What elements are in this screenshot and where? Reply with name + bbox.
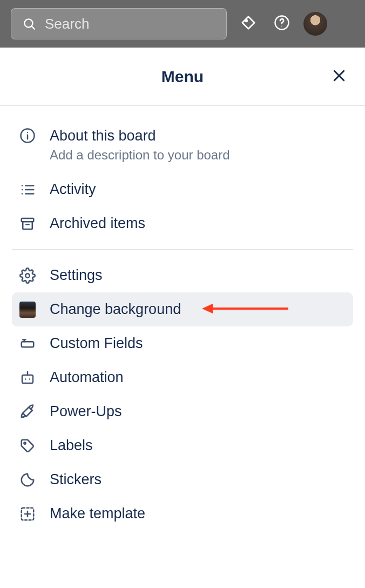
menu-item-label: Power-Ups (50, 403, 122, 420)
menu-item-labels[interactable]: Labels (12, 429, 353, 463)
menu-item-label: Settings (50, 267, 103, 284)
menu-item-label: Change background (50, 301, 181, 318)
label-button[interactable] (236, 12, 260, 36)
help-icon (274, 15, 290, 33)
svg-line-1 (32, 26, 35, 29)
menu-item-powerups[interactable]: Power-Ups (12, 395, 353, 429)
avatar[interactable] (303, 12, 327, 36)
menu-item-label: Archived items (50, 215, 145, 232)
svg-point-28 (29, 378, 31, 380)
svg-point-14 (22, 193, 23, 195)
topbar (0, 0, 365, 48)
menu-item-archived[interactable]: Archived items (12, 206, 353, 240)
divider (12, 249, 353, 250)
search-input[interactable] (45, 16, 217, 32)
svg-marker-20 (202, 304, 213, 313)
tag-icon (240, 15, 256, 33)
menu-header: Menu (0, 48, 365, 106)
archive-icon (19, 216, 36, 232)
menu-item-change-background[interactable]: Change background (12, 292, 353, 326)
menu-title: Menu (161, 68, 204, 86)
menu-item-custom-fields[interactable]: Custom Fields (12, 326, 353, 360)
menu-item-label: Make template (50, 505, 145, 522)
template-icon (19, 506, 36, 522)
menu-item-stickers[interactable]: Stickers (12, 463, 353, 497)
menu-item-label: Labels (50, 437, 93, 454)
help-button[interactable] (270, 12, 294, 36)
search-icon (21, 16, 37, 32)
info-icon (19, 128, 36, 144)
rocket-icon (19, 404, 36, 420)
callout-arrow (202, 302, 288, 317)
menu-item-about[interactable]: About this board Add a description to yo… (12, 118, 353, 172)
menu-item-label: Activity (50, 181, 96, 198)
menu-item-label: Automation (50, 369, 124, 386)
menu-item-label: About this board (50, 128, 230, 144)
svg-point-10 (22, 185, 23, 186)
activity-icon (19, 182, 36, 198)
svg-point-9 (27, 132, 28, 133)
search-box[interactable] (11, 8, 227, 39)
close-button[interactable] (328, 66, 350, 88)
menu-item-automation[interactable]: Automation (12, 360, 353, 395)
menu-item-activity[interactable]: Activity (12, 172, 353, 206)
menu-item-sub: Add a description to your board (50, 148, 230, 163)
robot-icon (19, 370, 36, 386)
svg-point-12 (22, 189, 23, 190)
svg-rect-24 (22, 375, 33, 383)
svg-point-18 (25, 273, 30, 278)
menu-list: About this board Add a description to yo… (0, 106, 365, 531)
svg-point-27 (25, 378, 26, 380)
custom-fields-icon (19, 336, 36, 352)
sticker-icon (19, 472, 36, 488)
menu-item-settings[interactable]: Settings (12, 258, 353, 292)
gear-icon (19, 268, 36, 284)
menu-panel: Menu About this board Add a descrip (0, 48, 365, 531)
svg-point-2 (246, 20, 247, 22)
svg-point-26 (27, 371, 29, 372)
svg-rect-21 (22, 342, 34, 347)
svg-rect-16 (22, 218, 34, 222)
menu-item-make-template[interactable]: Make template (12, 497, 353, 531)
svg-point-29 (24, 442, 25, 444)
svg-point-4 (281, 25, 282, 26)
menu-item-label: Stickers (50, 471, 102, 488)
menu-item-text: About this board Add a description to yo… (50, 128, 230, 163)
close-icon (331, 68, 347, 86)
label-icon (19, 438, 36, 454)
background-thumbnail (19, 302, 36, 318)
menu-item-label: Custom Fields (50, 335, 143, 352)
